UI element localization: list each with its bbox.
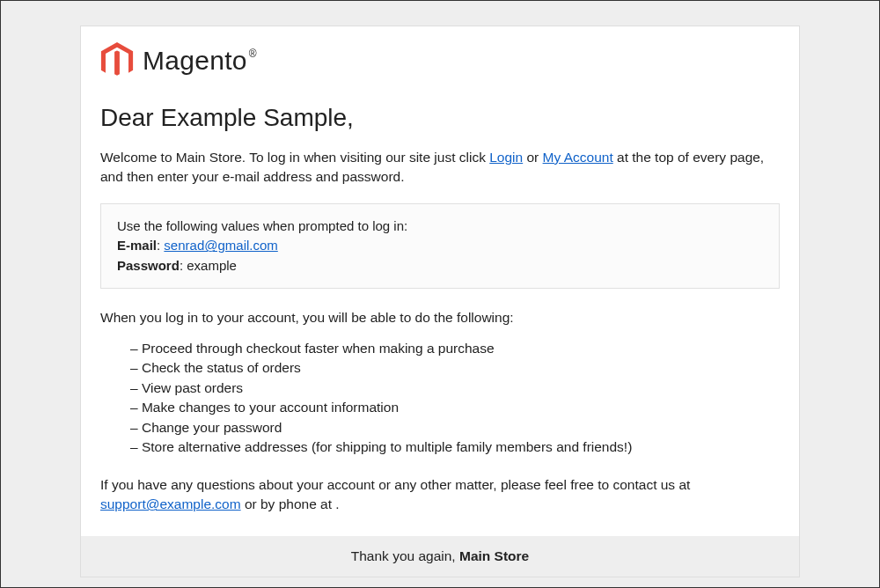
footer-thanks: Thank you again, [351, 548, 459, 563]
welcome-text-mid: or [523, 150, 542, 165]
email-outer-frame: Magento® Dear Example Sample, Welcome to… [1, 1, 879, 587]
email-value-link[interactable]: senrad@gmail.com [164, 238, 277, 253]
welcome-text-pre: Welcome to Main Store. To log in when vi… [100, 150, 489, 165]
svg-marker-1 [114, 50, 120, 75]
footer-bar: Thank you again, Main Store [81, 536, 799, 577]
logo-row: Magento® [100, 42, 780, 79]
feature-list: Proceed through checkout faster when mak… [130, 339, 780, 458]
magento-logo-icon [100, 42, 134, 79]
list-item: Check the status of orders [130, 358, 780, 378]
my-account-link[interactable]: My Account [543, 150, 613, 165]
list-item: Make changes to your account information [130, 398, 780, 417]
logo-text: Magento® [143, 46, 255, 76]
credentials-password-row: Password: example [117, 256, 763, 276]
password-value: example [187, 258, 237, 273]
credentials-email-row: E-mail: senrad@gmail.com [117, 236, 763, 256]
email-body: Magento® Dear Example Sample, Welcome to… [81, 26, 799, 536]
registered-mark: ® [249, 48, 257, 60]
contact-text-post: or by phone at . [241, 496, 340, 511]
list-item: Proceed through checkout faster when mak… [130, 339, 780, 358]
login-link[interactable]: Login [489, 150, 523, 165]
footer-store-name: Main Store [459, 548, 529, 563]
list-item: Store alternative addresses (for shippin… [130, 437, 780, 457]
brand-name: Magento [143, 46, 247, 75]
features-intro: When you log in to your account, you wil… [100, 308, 780, 327]
greeting-heading: Dear Example Sample, [100, 104, 780, 132]
support-email-link[interactable]: support@example.com [100, 496, 241, 511]
list-item: View past orders [130, 379, 780, 398]
list-item: Change your password [130, 418, 780, 437]
credentials-box: Use the following values when prompted t… [100, 203, 780, 290]
contact-text-pre: If you have any questions about your acc… [100, 477, 690, 492]
welcome-paragraph: Welcome to Main Store. To log in when vi… [100, 148, 780, 187]
contact-paragraph: If you have any questions about your acc… [100, 475, 780, 515]
credentials-instruction: Use the following values when prompted t… [117, 217, 763, 237]
email-card: Magento® Dear Example Sample, Welcome to… [80, 26, 800, 577]
password-label: Password [117, 258, 180, 273]
email-label: E-mail [117, 238, 157, 253]
